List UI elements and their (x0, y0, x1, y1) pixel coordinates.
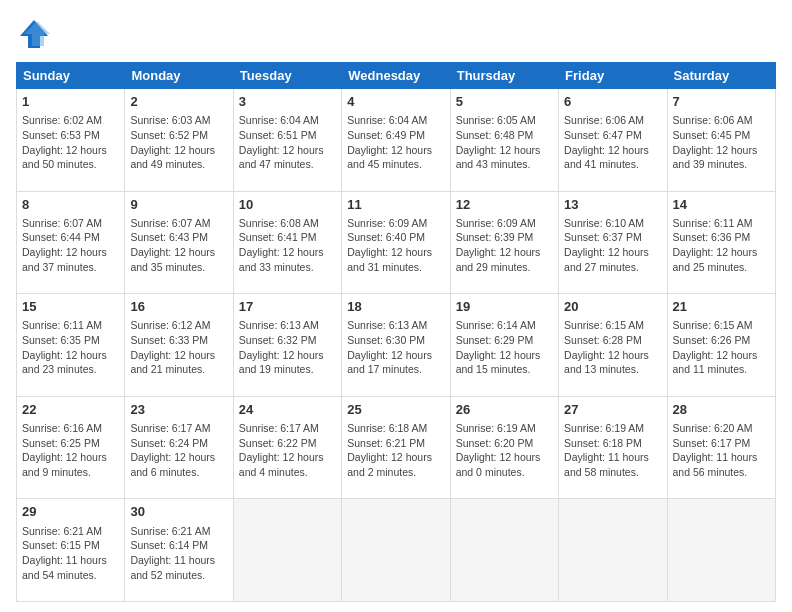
page: SundayMondayTuesdayWednesdayThursdayFrid… (0, 0, 792, 612)
day-cell-1: 1Sunrise: 6:02 AMSunset: 6:53 PMDaylight… (17, 89, 125, 192)
sunrise-text: Sunrise: 6:09 AM (347, 217, 427, 229)
daylight-text: Daylight: 11 hours and 56 minutes. (673, 451, 758, 478)
sunrise-text: Sunrise: 6:07 AM (22, 217, 102, 229)
daylight-text: Daylight: 12 hours and 45 minutes. (347, 144, 432, 171)
daylight-text: Daylight: 12 hours and 0 minutes. (456, 451, 541, 478)
day-number: 16 (130, 298, 227, 316)
week-row-1: 1Sunrise: 6:02 AMSunset: 6:53 PMDaylight… (17, 89, 776, 192)
day-number: 23 (130, 401, 227, 419)
day-cell-21: 21Sunrise: 6:15 AMSunset: 6:26 PMDayligh… (667, 294, 775, 397)
day-number: 1 (22, 93, 119, 111)
sunrise-text: Sunrise: 6:09 AM (456, 217, 536, 229)
daylight-text: Daylight: 12 hours and 43 minutes. (456, 144, 541, 171)
sunset-text: Sunset: 6:37 PM (564, 231, 642, 243)
daylight-text: Daylight: 12 hours and 4 minutes. (239, 451, 324, 478)
day-number: 5 (456, 93, 553, 111)
sunrise-text: Sunrise: 6:21 AM (130, 525, 210, 537)
sunset-text: Sunset: 6:29 PM (456, 334, 534, 346)
sunset-text: Sunset: 6:41 PM (239, 231, 317, 243)
sunrise-text: Sunrise: 6:19 AM (456, 422, 536, 434)
empty-cell (667, 499, 775, 602)
sunrise-text: Sunrise: 6:21 AM (22, 525, 102, 537)
sunset-text: Sunset: 6:32 PM (239, 334, 317, 346)
day-number: 4 (347, 93, 444, 111)
sunset-text: Sunset: 6:33 PM (130, 334, 208, 346)
sunrise-text: Sunrise: 6:04 AM (239, 114, 319, 126)
day-number: 25 (347, 401, 444, 419)
day-cell-23: 23Sunrise: 6:17 AMSunset: 6:24 PMDayligh… (125, 396, 233, 499)
week-row-3: 15Sunrise: 6:11 AMSunset: 6:35 PMDayligh… (17, 294, 776, 397)
logo-icon (16, 16, 52, 52)
day-cell-22: 22Sunrise: 6:16 AMSunset: 6:25 PMDayligh… (17, 396, 125, 499)
day-cell-29: 29Sunrise: 6:21 AMSunset: 6:15 PMDayligh… (17, 499, 125, 602)
day-number: 14 (673, 196, 770, 214)
day-cell-8: 8Sunrise: 6:07 AMSunset: 6:44 PMDaylight… (17, 191, 125, 294)
sunrise-text: Sunrise: 6:05 AM (456, 114, 536, 126)
sunset-text: Sunset: 6:51 PM (239, 129, 317, 141)
daylight-text: Daylight: 12 hours and 9 minutes. (22, 451, 107, 478)
day-number: 20 (564, 298, 661, 316)
sunset-text: Sunset: 6:48 PM (456, 129, 534, 141)
sunrise-text: Sunrise: 6:17 AM (130, 422, 210, 434)
sunset-text: Sunset: 6:14 PM (130, 539, 208, 551)
sunset-text: Sunset: 6:49 PM (347, 129, 425, 141)
sunrise-text: Sunrise: 6:17 AM (239, 422, 319, 434)
day-cell-11: 11Sunrise: 6:09 AMSunset: 6:40 PMDayligh… (342, 191, 450, 294)
empty-cell (342, 499, 450, 602)
sunset-text: Sunset: 6:21 PM (347, 437, 425, 449)
sunrise-text: Sunrise: 6:11 AM (673, 217, 753, 229)
sunset-text: Sunset: 6:45 PM (673, 129, 751, 141)
sunrise-text: Sunrise: 6:20 AM (673, 422, 753, 434)
day-number: 15 (22, 298, 119, 316)
day-cell-2: 2Sunrise: 6:03 AMSunset: 6:52 PMDaylight… (125, 89, 233, 192)
day-cell-15: 15Sunrise: 6:11 AMSunset: 6:35 PMDayligh… (17, 294, 125, 397)
day-number: 8 (22, 196, 119, 214)
day-number: 9 (130, 196, 227, 214)
sunrise-text: Sunrise: 6:03 AM (130, 114, 210, 126)
sunset-text: Sunset: 6:18 PM (564, 437, 642, 449)
sunrise-text: Sunrise: 6:19 AM (564, 422, 644, 434)
daylight-text: Daylight: 11 hours and 52 minutes. (130, 554, 215, 581)
daylight-text: Daylight: 12 hours and 27 minutes. (564, 246, 649, 273)
sunrise-text: Sunrise: 6:15 AM (564, 319, 644, 331)
sunrise-text: Sunrise: 6:06 AM (673, 114, 753, 126)
daylight-text: Daylight: 12 hours and 33 minutes. (239, 246, 324, 273)
day-number: 29 (22, 503, 119, 521)
day-header-sunday: Sunday (17, 63, 125, 89)
sunrise-text: Sunrise: 6:08 AM (239, 217, 319, 229)
day-cell-3: 3Sunrise: 6:04 AMSunset: 6:51 PMDaylight… (233, 89, 341, 192)
sunset-text: Sunset: 6:25 PM (22, 437, 100, 449)
daylight-text: Daylight: 12 hours and 47 minutes. (239, 144, 324, 171)
sunrise-text: Sunrise: 6:13 AM (239, 319, 319, 331)
sunrise-text: Sunrise: 6:02 AM (22, 114, 102, 126)
daylight-text: Daylight: 12 hours and 39 minutes. (673, 144, 758, 171)
sunset-text: Sunset: 6:47 PM (564, 129, 642, 141)
day-header-monday: Monday (125, 63, 233, 89)
daylight-text: Daylight: 12 hours and 50 minutes. (22, 144, 107, 171)
daylight-text: Daylight: 12 hours and 17 minutes. (347, 349, 432, 376)
day-header-wednesday: Wednesday (342, 63, 450, 89)
day-cell-18: 18Sunrise: 6:13 AMSunset: 6:30 PMDayligh… (342, 294, 450, 397)
sunset-text: Sunset: 6:44 PM (22, 231, 100, 243)
day-cell-24: 24Sunrise: 6:17 AMSunset: 6:22 PMDayligh… (233, 396, 341, 499)
calendar-header-row: SundayMondayTuesdayWednesdayThursdayFrid… (17, 63, 776, 89)
header (16, 16, 776, 52)
sunset-text: Sunset: 6:30 PM (347, 334, 425, 346)
day-number: 22 (22, 401, 119, 419)
sunrise-text: Sunrise: 6:04 AM (347, 114, 427, 126)
daylight-text: Daylight: 11 hours and 54 minutes. (22, 554, 107, 581)
sunset-text: Sunset: 6:53 PM (22, 129, 100, 141)
sunrise-text: Sunrise: 6:12 AM (130, 319, 210, 331)
sunset-text: Sunset: 6:15 PM (22, 539, 100, 551)
sunrise-text: Sunrise: 6:16 AM (22, 422, 102, 434)
day-cell-14: 14Sunrise: 6:11 AMSunset: 6:36 PMDayligh… (667, 191, 775, 294)
day-cell-27: 27Sunrise: 6:19 AMSunset: 6:18 PMDayligh… (559, 396, 667, 499)
sunset-text: Sunset: 6:22 PM (239, 437, 317, 449)
sunset-text: Sunset: 6:39 PM (456, 231, 534, 243)
sunset-text: Sunset: 6:36 PM (673, 231, 751, 243)
sunrise-text: Sunrise: 6:14 AM (456, 319, 536, 331)
day-header-saturday: Saturday (667, 63, 775, 89)
day-cell-5: 5Sunrise: 6:05 AMSunset: 6:48 PMDaylight… (450, 89, 558, 192)
sunset-text: Sunset: 6:28 PM (564, 334, 642, 346)
day-number: 27 (564, 401, 661, 419)
